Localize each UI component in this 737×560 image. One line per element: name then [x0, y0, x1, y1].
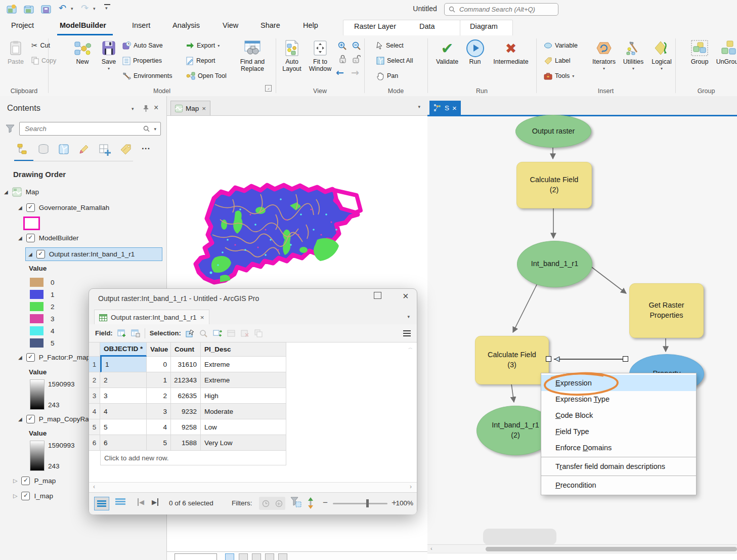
table-cell[interactable]: 9258: [171, 419, 201, 435]
table-cell[interactable]: 31610: [171, 357, 201, 372]
list-by-labeling-icon[interactable]: [119, 143, 133, 155]
model-tab[interactable]: S ×: [429, 101, 461, 115]
column-header-objectid-[interactable]: OBJECTID *: [100, 342, 147, 357]
contents-search-chevron-icon[interactable]: ▾: [154, 126, 156, 132]
scroll-thumb[interactable]: [486, 547, 737, 551]
table-cell[interactable]: Very Low: [201, 435, 286, 451]
map-tab-strip-chevron-icon[interactable]: ▾: [418, 104, 420, 109]
layer-governorate[interactable]: ◢ ✓ Governorate_Ramallah: [18, 203, 109, 212]
contents-collapse-icon[interactable]: ▾: [132, 106, 134, 111]
save-project-icon[interactable]: [40, 4, 52, 15]
calculate-field-icon[interactable]: [131, 329, 140, 337]
fit-to-window-button[interactable]: Fit toWindow: [307, 39, 333, 72]
intermediate-button[interactable]: ✖ Intermediate: [488, 39, 534, 65]
row-number[interactable]: 4: [89, 404, 100, 419]
tab-share[interactable]: Share: [261, 21, 280, 29]
ungroup-button[interactable]: UnGroup: [714, 39, 737, 65]
map-toolbar-icon[interactable]: [265, 553, 274, 560]
tab-data[interactable]: Data: [419, 22, 435, 30]
legend-swatch[interactable]: [30, 302, 44, 311]
table-filter-icon[interactable]: [290, 497, 301, 509]
table-cell[interactable]: 4: [147, 419, 171, 435]
menu-item-expression-type[interactable]: Expression Type: [541, 391, 696, 407]
iterators-button[interactable]: Iterators ▾: [590, 39, 618, 71]
row-number[interactable]: 5: [89, 419, 100, 435]
dialog-tab-chevron-icon[interactable]: ▾: [407, 314, 410, 319]
customize-qat-icon[interactable]: [104, 4, 110, 5]
list-by-editing-icon[interactable]: [78, 143, 90, 155]
navigate-back-icon[interactable]: ←: [336, 67, 344, 78]
table-cell[interactable]: Extreme: [201, 372, 286, 388]
tab-help[interactable]: Help: [303, 21, 318, 29]
utilities-dropdown-icon[interactable]: ▾: [620, 66, 646, 71]
menu-item-expression[interactable]: Expression: [541, 375, 696, 391]
validate-button[interactable]: ✔ Validate: [433, 39, 461, 65]
new-model-button[interactable]: New: [70, 39, 95, 65]
table-cell[interactable]: Moderate: [201, 404, 286, 419]
run-button[interactable]: Run: [463, 39, 487, 65]
tools-button[interactable]: Tools▾: [544, 71, 574, 81]
tab-analysis[interactable]: Analysis: [172, 21, 200, 29]
table-cell[interactable]: 3: [147, 404, 171, 419]
attribute-view-button[interactable]: [115, 498, 125, 505]
table-view-button[interactable]: [94, 497, 109, 510]
table-cell[interactable]: 3: [100, 388, 147, 404]
layer-p-map[interactable]: ▷ ✓ P_map: [13, 477, 56, 485]
auto-save-button[interactable]: Auto Save: [122, 40, 163, 51]
table-tab-close-icon[interactable]: ×: [200, 314, 204, 321]
expander-collapsed-icon[interactable]: ▷: [13, 493, 17, 499]
expander-icon[interactable]: ◢: [18, 205, 22, 210]
governorate-symbol-swatch[interactable]: [23, 217, 40, 230]
table-cell[interactable]: 62635: [171, 388, 201, 404]
legend-swatch[interactable]: [30, 326, 44, 335]
pan-button[interactable]: Pan: [376, 71, 398, 81]
tab-raster-layer[interactable]: Raster Layer: [354, 22, 396, 30]
logical-button[interactable]: Logical ▾: [649, 39, 674, 71]
layer-checkbox[interactable]: ✓: [26, 203, 35, 212]
model-tab-close-icon[interactable]: ×: [452, 104, 457, 112]
tools-dropdown-icon[interactable]: ▾: [572, 74, 574, 78]
list-by-drawing-order-icon[interactable]: [16, 143, 28, 155]
map-scale-input[interactable]: [175, 553, 217, 560]
last-record-icon[interactable]: ▶: [152, 498, 158, 506]
export-dropdown-icon[interactable]: ▾: [218, 44, 220, 48]
menu-item-transfer-field-domain-descriptions[interactable]: Transfer field domain descriptions: [541, 458, 696, 475]
map-toolbar-icon[interactable]: [239, 553, 248, 560]
expander-icon[interactable]: ◢: [28, 251, 32, 257]
scroll-right-icon[interactable]: ›: [410, 483, 412, 490]
iterators-dropdown-icon[interactable]: ▾: [590, 66, 618, 71]
variable-button[interactable]: Variable: [544, 40, 578, 51]
list-by-selection-icon[interactable]: [58, 143, 70, 155]
logical-dropdown-icon[interactable]: ▾: [649, 66, 674, 71]
dialog-close-icon[interactable]: ×: [403, 290, 409, 302]
layer-checkbox[interactable]: ✓: [26, 353, 35, 362]
map-tab-close-icon[interactable]: ×: [202, 105, 206, 112]
layer-checkbox[interactable]: ✓: [26, 415, 35, 423]
save-model-button[interactable]: Save ▾: [98, 39, 119, 71]
map-toolbar-icon[interactable]: [278, 553, 287, 560]
maximize-icon[interactable]: [374, 292, 381, 299]
node-get-raster-properties[interactable]: Get RasterProperties: [629, 283, 704, 338]
row-number[interactable]: 6: [89, 435, 100, 451]
report-button[interactable]: Report: [186, 56, 215, 66]
table-cell[interactable]: Low: [201, 419, 286, 435]
node-partial[interactable]: [483, 529, 556, 545]
layer-checkbox[interactable]: ✓: [26, 234, 35, 242]
group-button[interactable]: Group: [687, 39, 712, 65]
table-cell[interactable]: 4: [100, 404, 147, 419]
switch-selection-icon[interactable]: [213, 329, 222, 337]
properties-button[interactable]: Properties: [122, 56, 162, 66]
table-tab[interactable]: Output raster:Int_band_1_r1 ×: [94, 310, 209, 325]
zoom-out-icon[interactable]: [352, 41, 361, 51]
connector-handle[interactable]: [546, 356, 551, 362]
select-by-attributes-icon[interactable]: [186, 329, 195, 337]
connector-handle[interactable]: [623, 356, 628, 362]
export-button[interactable]: Export▾: [186, 40, 220, 51]
table-cell[interactable]: 5: [100, 419, 147, 435]
layer-checkbox[interactable]: ✓: [21, 477, 30, 485]
map-toolbar-icon[interactable]: [252, 553, 261, 560]
legend-swatch[interactable]: [30, 314, 44, 323]
map-toolbar-icon[interactable]: [225, 553, 234, 560]
table-cell[interactable]: 6: [100, 435, 147, 451]
customize-qat-chevron-icon[interactable]: ▾: [105, 6, 108, 11]
